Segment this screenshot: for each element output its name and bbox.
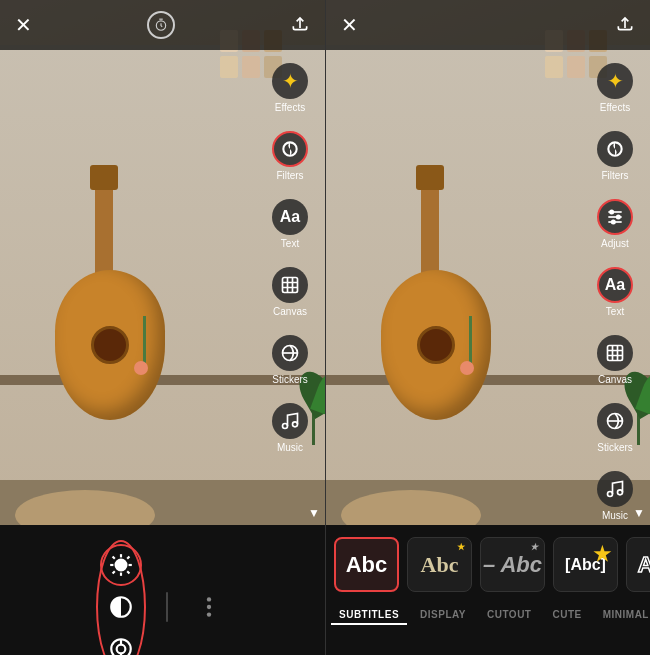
text-style-bracket[interactable]: [Abc] ★ [553, 537, 618, 592]
svg-rect-31 [608, 346, 623, 361]
gold-star-icon-3: ★ [593, 542, 611, 566]
text-style-normal[interactable]: Abc [334, 537, 399, 592]
brightness-button[interactable] [100, 544, 142, 586]
flower-stem [143, 316, 146, 366]
filters-icon [272, 131, 308, 167]
music-icon-right [597, 471, 633, 507]
subtab-subtitles[interactable]: SUBTITLES [331, 606, 407, 625]
chevron-down-icon[interactable]: ▼ [308, 506, 320, 520]
upload-button[interactable] [290, 13, 310, 38]
timer-icon[interactable] [147, 11, 175, 39]
flowers [140, 316, 148, 375]
filters-tool-right[interactable]: Filters [583, 123, 648, 189]
top-bar: ✕ [0, 0, 325, 50]
stickers-label-right: Stickers [597, 442, 633, 453]
flower-head [134, 361, 148, 375]
effects-label: Effects [275, 102, 305, 113]
svg-point-28 [610, 210, 613, 213]
canvas-label: Canvas [273, 306, 307, 317]
right-toolbar-right: ✦ Effects Filters [580, 50, 650, 529]
upload-button-right[interactable] [615, 13, 635, 38]
canvas-icon [272, 267, 308, 303]
text-label: Text [281, 238, 299, 249]
stickers-tool-right[interactable]: Stickers [583, 395, 648, 461]
contrast-button[interactable] [100, 586, 142, 628]
guitar-head [90, 165, 118, 190]
svg-line-15 [127, 557, 129, 559]
svg-point-7 [115, 560, 126, 571]
canvas-icon-right [597, 335, 633, 371]
canvas-tool[interactable]: Canvas [258, 259, 323, 325]
stickers-tool[interactable]: Stickers [258, 327, 323, 393]
gold-star-icon: ★ [457, 542, 465, 552]
close-button-right[interactable]: ✕ [341, 13, 358, 37]
adjustment-icons-row [0, 525, 325, 655]
text-tool[interactable]: Aa Text [258, 191, 323, 257]
canvas-tool-right[interactable]: Canvas [583, 327, 648, 393]
filters-icon-right [597, 131, 633, 167]
bottom-controls: ALL LIGHT COLOR STYLIZE [0, 525, 325, 655]
top-bar-right: ✕ [326, 0, 650, 50]
stickers-icon [272, 335, 308, 371]
svg-point-6 [293, 422, 298, 427]
adjust-icon-right [597, 199, 633, 235]
adjust-tool-right[interactable]: Adjust [583, 191, 648, 257]
text-label-right: Text [606, 306, 624, 317]
more-adj-button[interactable] [188, 586, 230, 628]
stickers-label: Stickers [272, 374, 308, 385]
text-style-italic[interactable]: – Abc ★ [480, 537, 545, 592]
effects-icon: ✦ [272, 63, 308, 99]
music-label-right: Music [602, 510, 628, 521]
svg-line-12 [112, 557, 114, 559]
music-label: Music [277, 442, 303, 453]
text-icon-right: Aa [597, 267, 633, 303]
canvas-label-right: Canvas [598, 374, 632, 385]
guitar-body [55, 270, 165, 420]
svg-rect-3 [283, 278, 298, 293]
subtabs: SUBTITLES DISPLAY CUTOUT CUTE MINIMAL O [326, 600, 650, 629]
text-style-outline[interactable]: Abc ★ [626, 537, 650, 592]
adjustment-highlight-box [96, 540, 146, 655]
subtab-minimal[interactable]: MINIMAL [595, 606, 650, 625]
effects-tool[interactable]: ✦ Effects [258, 55, 323, 121]
guitar-soundhole [91, 326, 129, 364]
text-tool-right[interactable]: Aa Text [583, 259, 648, 325]
subtab-cute[interactable]: CUTE [544, 606, 589, 625]
filters-label: Filters [276, 170, 303, 181]
effects-tool-right[interactable]: ✦ Effects [583, 55, 648, 121]
subtab-display[interactable]: DISPLAY [412, 606, 474, 625]
text-style-serif[interactable]: Abc ★ [407, 537, 472, 592]
filters-label-right: Filters [601, 170, 628, 181]
stickers-icon-right [597, 403, 633, 439]
text-icon: Aa [272, 199, 308, 235]
svg-point-22 [206, 612, 210, 616]
text-style-row: Abc Abc ★ – Abc ★ [Abc] ★ Abc ★ [326, 525, 650, 600]
chevron-down-icon-right[interactable]: ▼ [633, 506, 645, 520]
svg-point-34 [618, 490, 623, 495]
gold-star-icon-2: ★ [530, 542, 538, 552]
effects-icon-right: ✦ [597, 63, 633, 99]
right-toolbar: ✦ Effects Filters Aa Text [255, 50, 325, 461]
adjust-label-right: Adjust [601, 238, 629, 249]
svg-point-20 [206, 597, 210, 601]
svg-point-33 [608, 492, 613, 497]
svg-line-13 [127, 571, 129, 573]
music-tool[interactable]: Music [258, 395, 323, 461]
filters-tool[interactable]: Filters [258, 123, 323, 189]
bottom-controls-right: Abc Abc ★ – Abc ★ [Abc] ★ Abc ★ SUBTITLE… [326, 525, 650, 655]
svg-point-21 [206, 605, 210, 609]
panel-left: ✕ ✦ Effects [0, 0, 325, 655]
music-icon [272, 403, 308, 439]
panel-right: ✕ ✦ Effects Filters [325, 0, 650, 655]
wall-deco [220, 56, 238, 78]
subtab-cutout[interactable]: CUTOUT [479, 606, 539, 625]
close-button[interactable]: ✕ [15, 13, 32, 37]
effects-label-right: Effects [600, 102, 630, 113]
svg-point-29 [617, 215, 620, 218]
svg-point-17 [116, 645, 125, 654]
svg-point-5 [283, 424, 288, 429]
adj-divider [166, 592, 168, 622]
svg-line-14 [112, 571, 114, 573]
saturation-button[interactable] [100, 628, 142, 655]
svg-point-30 [612, 220, 615, 223]
